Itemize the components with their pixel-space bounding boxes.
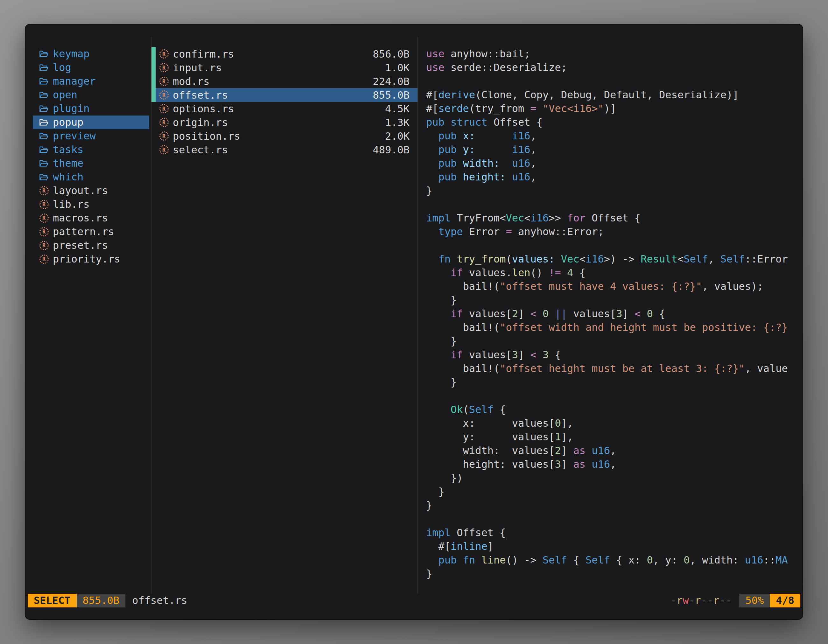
item-label: keymap [53, 47, 90, 61]
open-folder-icon [39, 159, 49, 168]
selection-marker [152, 129, 155, 143]
sidebar-item-tasks[interactable]: tasks [33, 143, 149, 157]
code-line: } [426, 567, 801, 581]
file-preview-pane: use anyhow::bail;use serde::Deserialize;… [426, 47, 801, 581]
file-row-mod-rs[interactable]: Rmod.rs224.0B [152, 74, 417, 88]
item-label: tasks [53, 143, 83, 157]
sidebar-item-lib-rs[interactable]: Rlib.rs [33, 197, 149, 211]
sidebar-item-pattern-rs[interactable]: Rpattern.rs [33, 225, 149, 239]
sidebar-item-preview[interactable]: preview [33, 129, 149, 143]
file-size: 489.0B [373, 144, 409, 156]
rust-file-icon: R [39, 213, 49, 223]
selection-marker [152, 116, 155, 129]
file-size: 224.0B [373, 75, 409, 88]
code-line [426, 197, 801, 211]
sidebar-item-log[interactable]: log [33, 61, 149, 74]
item-label: pattern.rs [53, 225, 114, 239]
item-label: layout.rs [53, 184, 108, 197]
code-line: Ok(Self { [426, 403, 801, 417]
code-line [426, 512, 801, 526]
code-line: bail!("offset must have 4 values: {:?}",… [426, 280, 801, 293]
sidebar-item-keymap[interactable]: keymap [33, 47, 149, 61]
code-line [426, 239, 801, 252]
code-line: } [426, 334, 801, 348]
mode-badge: SELECT [28, 594, 77, 607]
item-label: theme [53, 157, 83, 170]
code-line [426, 74, 801, 88]
file-row-select-rs[interactable]: Rselect.rs489.0B [152, 143, 417, 157]
sidebar-item-macros-rs[interactable]: Rmacros.rs [33, 211, 149, 225]
code-line: } [426, 485, 801, 498]
open-folder-icon [39, 173, 49, 181]
file-name: origin.rs [173, 116, 228, 128]
pane-separator-right [417, 37, 418, 594]
sidebar-item-layout-rs[interactable]: Rlayout.rs [33, 184, 149, 197]
open-folder-icon [39, 63, 49, 72]
permissions: -rw-r--r-- [671, 594, 732, 607]
rust-file-icon: R [39, 255, 49, 264]
open-folder-icon [39, 146, 49, 154]
code-line: } [426, 376, 801, 389]
selection-marker [152, 61, 155, 74]
file-row-options-rs[interactable]: Roptions.rs4.5K [152, 102, 417, 116]
rust-file-icon: R [160, 63, 169, 72]
code-line: pub fn line() -> Self { Self { x: 0, y: … [426, 553, 801, 567]
item-label: lib.rs [53, 197, 90, 211]
rust-file-icon: R [39, 200, 49, 209]
item-label: priority.rs [53, 252, 120, 266]
code-line: #[derive(Clone, Copy, Debug, Default, De… [426, 88, 801, 102]
code-line: bail!("offset height must be at least 3:… [426, 362, 801, 376]
code-line: }) [426, 471, 801, 485]
open-folder-icon [39, 50, 49, 58]
open-folder-icon [39, 118, 49, 127]
selection-marker [152, 74, 155, 88]
file-row-confirm-rs[interactable]: Rconfirm.rs856.0B [152, 47, 417, 61]
code-line: use anyhow::bail; [426, 47, 801, 61]
selection-marker [152, 88, 155, 102]
file-name: input.rs [173, 62, 222, 74]
file-name: select.rs [173, 144, 228, 156]
sidebar-item-open[interactable]: open [33, 88, 149, 102]
open-folder-icon [39, 132, 49, 140]
file-name: options.rs [173, 103, 234, 115]
yazi-window: keymaplogmanageropenpluginpopuppreviewta… [25, 24, 803, 620]
open-folder-icon [39, 91, 49, 99]
sidebar-item-popup[interactable]: popup [33, 116, 149, 129]
item-label: which [53, 170, 83, 184]
file-name: position.rs [173, 130, 240, 142]
file-name: mod.rs [173, 75, 210, 88]
status-bar: SELECT 855.0B offset.rs -rw-r--r-- 50% 4… [28, 594, 800, 607]
rust-file-icon: R [39, 227, 49, 237]
file-row-offset-rs[interactable]: Roffset.rs855.0B [152, 88, 417, 102]
item-label: preview [53, 129, 96, 143]
file-row-input-rs[interactable]: Rinput.rs1.0K [152, 61, 417, 74]
sidebar-item-which[interactable]: which [33, 170, 149, 184]
file-row-origin-rs[interactable]: Rorigin.rs1.3K [152, 116, 417, 129]
rust-file-icon: R [160, 145, 169, 154]
selection-marker [152, 143, 155, 157]
code-line: #[serde(try_from = "Vec<i16>")] [426, 102, 801, 116]
status-right: -rw-r--r-- 50% 4/8 [671, 594, 800, 607]
file-name: confirm.rs [173, 48, 234, 60]
sidebar-item-manager[interactable]: manager [33, 74, 149, 88]
code-line: impl Offset { [426, 526, 801, 540]
rust-file-icon: R [160, 49, 169, 58]
rust-file-icon: R [160, 132, 169, 141]
open-folder-icon [39, 104, 49, 113]
item-label: macros.rs [53, 211, 108, 225]
rust-file-icon: R [39, 186, 49, 195]
code-line: if values.len() != 4 { [426, 266, 801, 280]
sidebar-item-preset-rs[interactable]: Rpreset.rs [33, 239, 149, 252]
scroll-percent-badge: 50% [739, 594, 770, 607]
sidebar-item-priority-rs[interactable]: Rpriority.rs [33, 252, 149, 266]
code-line: pub height: u16, [426, 170, 801, 184]
code-line: bail!("offset width and height must be p… [426, 321, 801, 334]
sidebar-item-plugin[interactable]: plugin [33, 102, 149, 116]
sidebar-item-theme[interactable]: theme [33, 157, 149, 170]
file-row-position-rs[interactable]: Rposition.rs2.0K [152, 129, 417, 143]
code-line: pub y: i16, [426, 143, 801, 157]
current-directory-pane: Rconfirm.rs856.0BRinput.rs1.0KRmod.rs224… [152, 47, 417, 157]
item-label: manager [53, 74, 96, 88]
rust-file-icon: R [160, 90, 169, 100]
code-line: x: values[0], [426, 417, 801, 430]
